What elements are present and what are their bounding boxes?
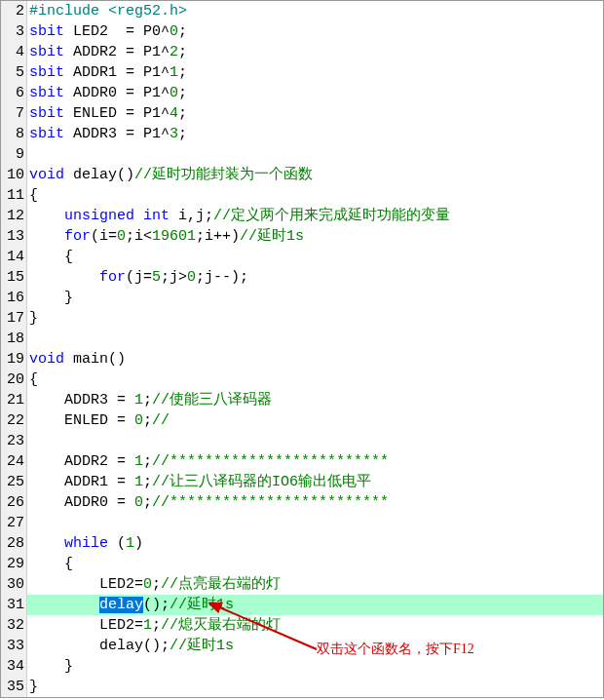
line-number: 11 (1, 185, 27, 206)
code-token: 1 (170, 64, 178, 81)
code-content[interactable] (27, 144, 603, 165)
code-line[interactable]: 23 (1, 431, 603, 451)
line-number: 12 (1, 206, 27, 226)
code-content[interactable]: ENLED = 0;// (27, 410, 603, 431)
code-content[interactable]: void delay()//延时功能封装为一个函数 (27, 165, 603, 185)
line-number: 34 (1, 656, 27, 677)
code-line[interactable]: 5sbit ADDR1 = P1^1; (1, 62, 603, 83)
code-token: ; (161, 597, 170, 613)
code-line[interactable]: 6sbit ADDR0 = P1^0; (1, 83, 603, 103)
code-line[interactable]: 28 while (1) (1, 533, 603, 554)
code-line[interactable]: 2#include <reg52.h> (1, 1, 603, 21)
code-content[interactable]: sbit ADDR2 = P1^2; (27, 42, 603, 62)
code-line[interactable]: 31 delay();//延时1s (1, 595, 603, 615)
code-content[interactable]: ADDR3 = 1;//使能三八译码器 (27, 390, 603, 410)
line-number: 10 (1, 165, 27, 185)
code-line[interactable]: 35} (1, 677, 603, 697)
code-token: ;i< (126, 228, 152, 245)
code-content[interactable] (27, 329, 603, 349)
code-token: ; (178, 64, 187, 81)
code-content[interactable]: sbit ADDR3 = P1^3; (27, 124, 603, 144)
code-line[interactable]: 20{ (1, 369, 603, 390)
code-content[interactable]: for(j=5;j>0;j--); (27, 267, 603, 288)
code-content[interactable] (27, 431, 603, 451)
code-line[interactable]: 12 unsigned int i,j;//定义两个用来完成延时功能的变量 (1, 206, 603, 226)
code-line[interactable]: 34 } (1, 656, 603, 677)
code-content[interactable]: delay();//延时1s (27, 636, 603, 656)
code-content[interactable]: { (27, 369, 603, 390)
code-content[interactable]: } (27, 308, 603, 329)
code-token: ; (152, 576, 161, 593)
code-content[interactable] (27, 513, 603, 533)
code-line[interactable]: 21 ADDR3 = 1;//使能三八译码器 (1, 390, 603, 410)
code-line[interactable]: 24 ADDR2 = 1;//************************* (1, 451, 603, 472)
code-line[interactable]: 10void delay()//延时功能封装为一个函数 (1, 165, 603, 185)
code-line[interactable]: 33 delay();//延时1s (1, 636, 603, 656)
code-token: while (64, 535, 108, 552)
code-token: 0 (187, 269, 196, 286)
code-line[interactable]: 11{ (1, 185, 603, 206)
code-content[interactable]: sbit ADDR0 = P1^0; (27, 83, 603, 103)
code-line[interactable]: 22 ENLED = 0;// (1, 410, 603, 431)
code-line[interactable]: 32 LED2=1;//熄灭最右端的灯 (1, 615, 603, 636)
code-content[interactable]: } (27, 288, 603, 308)
code-line[interactable]: 4sbit ADDR2 = P1^2; (1, 42, 603, 62)
code-line[interactable]: 26 ADDR0 = 0;//************************* (1, 492, 603, 513)
line-number: 5 (1, 62, 27, 83)
code-token: void (29, 167, 64, 183)
code-line[interactable]: 13 for(i=0;i<19601;i++)//延时1s (1, 226, 603, 247)
code-token: ; (178, 105, 187, 122)
code-content[interactable]: void main() (27, 349, 603, 369)
code-content[interactable]: { (27, 185, 603, 206)
code-line[interactable]: 3sbit LED2 = P0^0; (1, 21, 603, 42)
code-token: } (29, 290, 73, 306)
code-line[interactable]: 18 (1, 329, 603, 349)
code-content[interactable]: for(i=0;i<19601;i++)//延时1s (27, 226, 603, 247)
code-line[interactable]: 15 for(j=5;j>0;j--); (1, 267, 603, 288)
code-content[interactable]: ADDR0 = 0;//************************* (27, 492, 603, 513)
code-content[interactable]: sbit ADDR1 = P1^1; (27, 62, 603, 83)
code-token: ; (178, 126, 187, 142)
line-number: 18 (1, 329, 27, 349)
code-token: //熄灭最右端的灯 (161, 617, 281, 634)
code-token: unsigned (64, 208, 134, 224)
line-number: 30 (1, 574, 27, 595)
code-content[interactable]: ADDR2 = 1;//************************* (27, 451, 603, 472)
code-content[interactable]: LED2=1;//熄灭最右端的灯 (27, 615, 603, 636)
annotation-text: 双击这个函数名，按下F12 (317, 641, 474, 658)
code-content[interactable]: ADDR1 = 1;//让三八译码器的IO6输出低电平 (27, 472, 603, 492)
code-line[interactable]: 9 (1, 144, 603, 165)
line-number: 17 (1, 308, 27, 329)
line-number: 24 (1, 451, 27, 472)
code-token: delay(); (29, 638, 170, 654)
code-token: //延时1s (170, 597, 234, 613)
code-line[interactable]: 25 ADDR1 = 1;//让三八译码器的IO6输出低电平 (1, 472, 603, 492)
code-editor[interactable]: 2#include <reg52.h>3sbit LED2 = P0^0;4sb… (0, 0, 604, 698)
line-number: 21 (1, 390, 27, 410)
code-content[interactable]: sbit LED2 = P0^0; (27, 21, 603, 42)
code-line[interactable]: 27 (1, 513, 603, 533)
code-token: 1 (134, 453, 143, 470)
code-content[interactable]: delay();//延时1s (27, 595, 603, 615)
code-line[interactable]: 7sbit ENLED = P1^4; (1, 103, 603, 124)
code-line[interactable]: 17} (1, 308, 603, 329)
code-content[interactable]: { (27, 247, 603, 267)
code-line[interactable]: 16 } (1, 288, 603, 308)
code-line[interactable]: 14 { (1, 247, 603, 267)
line-number: 9 (1, 144, 27, 165)
code-token: int (143, 208, 170, 224)
code-line[interactable]: 29 { (1, 554, 603, 574)
code-content[interactable]: } (27, 677, 603, 697)
code-content[interactable]: } (27, 656, 603, 677)
code-token: 4 (170, 105, 178, 122)
code-content[interactable]: { (27, 554, 603, 574)
code-token: 1 (134, 474, 143, 490)
code-content[interactable]: while (1) (27, 533, 603, 554)
code-content[interactable]: #include <reg52.h> (27, 1, 603, 21)
code-line[interactable]: 19void main() (1, 349, 603, 369)
code-content[interactable]: LED2=0;//点亮最右端的灯 (27, 574, 603, 595)
code-line[interactable]: 30 LED2=0;//点亮最右端的灯 (1, 574, 603, 595)
code-line[interactable]: 8sbit ADDR3 = P1^3; (1, 124, 603, 144)
code-content[interactable]: unsigned int i,j;//定义两个用来完成延时功能的变量 (27, 206, 603, 226)
code-content[interactable]: sbit ENLED = P1^4; (27, 103, 603, 124)
